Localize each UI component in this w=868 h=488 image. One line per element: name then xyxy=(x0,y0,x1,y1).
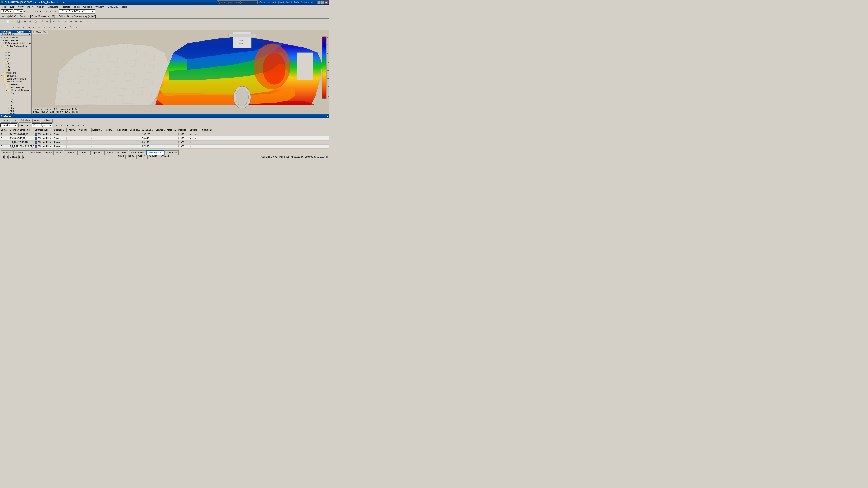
view-btn[interactable]: View xyxy=(32,119,40,123)
tool-btn3[interactable]: ▣ xyxy=(65,123,70,128)
table-row-3[interactable]: 51,2,4,271,70-65,28-31,66,69,262,265,2..… xyxy=(0,144,329,149)
prev-page-btn[interactable]: ◀ xyxy=(5,155,8,159)
toolbar-btn-6[interactable]: 📋 xyxy=(33,19,38,24)
maximize-button[interactable]: □ xyxy=(321,1,324,4)
menu-edit[interactable]: Edit xyxy=(8,5,16,9)
edit-btn[interactable]: Edit xyxy=(11,119,18,123)
nav-item-21[interactable]: ○σ1- xyxy=(0,98,31,101)
nav-item-2[interactable]: ○Differences to initial state xyxy=(0,42,31,45)
toolbar-btn-8[interactable]: ↩ xyxy=(45,19,50,24)
nav-item-22[interactable]: ○σ2- xyxy=(0,101,31,104)
tab-line-sets[interactable]: Line Sets xyxy=(115,151,129,155)
toolbar-btn-10[interactable]: 🔍 xyxy=(57,19,61,24)
tab-surfaces[interactable]: Surfaces xyxy=(77,151,90,155)
menu-insert[interactable]: Insert xyxy=(25,5,35,9)
toolbar-btn-4[interactable]: 🖨 xyxy=(23,19,28,24)
tab-surface-sets[interactable]: Surface Sets xyxy=(147,151,164,155)
tab-members[interactable]: Members xyxy=(64,151,77,155)
tool-btn2[interactable]: ⊠ xyxy=(60,123,65,128)
tool-btn4[interactable]: ⊡ xyxy=(70,123,75,128)
nav-item-6[interactable]: ○uy xyxy=(0,54,31,57)
menu-calculate[interactable]: Calculate xyxy=(46,5,60,9)
osnap-btn[interactable]: OSNAP xyxy=(160,155,171,159)
nav-item-8[interactable]: 📁φ xyxy=(0,60,31,63)
scenario-combo[interactable]: S: CO2 xyxy=(1,9,13,13)
viewport[interactable]: 75.00 60.00 xyxy=(32,30,329,114)
toolbar2-btn-12[interactable]: ◈ xyxy=(63,25,68,30)
lc-combo[interactable]: LC2 xyxy=(14,9,23,13)
menu-view[interactable]: View xyxy=(17,5,25,9)
tab-openings[interactable]: Openings xyxy=(90,151,104,155)
nav-item-11[interactable]: ○φz xyxy=(0,68,31,71)
tab-nodes[interactable]: Nodes xyxy=(43,151,54,155)
toolbar2-btn-3[interactable]: → xyxy=(16,25,21,30)
toolbar2-btn-4[interactable]: ⊕ xyxy=(21,25,26,30)
structure-combo[interactable]: Structure xyxy=(0,123,18,127)
tab-sections[interactable]: Sections xyxy=(13,151,26,155)
nav-item-1[interactable]: ●Final Results xyxy=(0,39,31,42)
toolbar-btn-11[interactable]: 🔎 xyxy=(63,19,68,24)
snap-btn[interactable]: SNAP xyxy=(116,155,125,159)
nav-item-26[interactable]: ○τmax xyxy=(0,112,31,114)
toolbar-btn-9[interactable]: ↪ xyxy=(51,19,56,24)
toolbar-btn-2[interactable]: 📂 xyxy=(11,19,16,24)
nav-item-13[interactable]: ▼📁Surfaces xyxy=(0,74,31,77)
toolbar2-btn-10[interactable]: ◁ xyxy=(53,25,57,30)
table-row-2[interactable]: 44-9,268,37-58,270Without Thick...Plane6… xyxy=(0,140,329,144)
close-button[interactable]: ✕ xyxy=(324,1,328,4)
nav-item-19[interactable]: ○σ2,+ xyxy=(0,92,31,95)
glines-btn[interactable]: GLINES xyxy=(147,155,159,159)
window-controls[interactable]: ─ □ ✕ xyxy=(317,1,328,4)
tab-solids[interactable]: Solids xyxy=(104,151,115,155)
menu-help[interactable]: Help xyxy=(121,5,129,9)
toolbar-btn-0[interactable]: ☰ xyxy=(0,19,5,24)
tab-lines[interactable]: Lines xyxy=(54,151,63,155)
nav-item-23[interactable]: ○σc xyxy=(0,104,31,107)
table-row-0[interactable]: 116,17,28,65-47,18Without Thick...Plane1… xyxy=(0,132,329,136)
minimize-button[interactable]: ─ xyxy=(317,1,320,4)
table-row-4[interactable]: 7273,274,388,403-397,470-459,275Without … xyxy=(0,149,329,150)
menu-cad-bim[interactable]: CAD-BIM xyxy=(106,5,120,9)
toolbar2-btn-7[interactable]: ⊙ xyxy=(37,25,42,30)
nav-item-9[interactable]: ○φx xyxy=(0,63,31,66)
nav-item-0[interactable]: ▼Type of results xyxy=(0,36,31,39)
toolbar2-btn-6[interactable]: ⊗ xyxy=(32,25,37,30)
toolbar2-btn-14[interactable]: ◎ xyxy=(73,25,78,30)
toolbar-btn-13[interactable]: ⊞ xyxy=(73,19,79,24)
nav-item-3[interactable]: ▼📁Global Deformations xyxy=(0,45,31,48)
menu-tools[interactable]: Tools xyxy=(72,5,81,9)
tab-material[interactable]: Material xyxy=(1,151,13,155)
toolbar2-btn-0[interactable]: ↑ xyxy=(0,25,5,30)
nav-item-25[interactable]: ○σt,n xyxy=(0,109,31,112)
menu-window[interactable]: Window xyxy=(94,5,106,9)
basic-objects-combo[interactable]: Basic Objects xyxy=(32,123,52,127)
goto-btn[interactable]: Go To xyxy=(1,119,10,123)
tab-solid-sets[interactable]: Solid Sets xyxy=(164,151,179,155)
toolbar2-btn-8[interactable]: △ xyxy=(42,25,47,30)
prev-btn[interactable]: ◀ xyxy=(20,123,24,128)
results-close-icon[interactable]: ✕ xyxy=(327,115,328,118)
first-page-btn[interactable]: |◀ xyxy=(1,155,4,159)
menu-assign[interactable]: Assign xyxy=(35,5,46,9)
menu-options[interactable]: Options xyxy=(82,5,93,9)
next-page-btn[interactable]: ▶ xyxy=(18,155,22,159)
grid-btn[interactable]: GRID xyxy=(127,155,135,159)
nav-item-4[interactable]: 📁u xyxy=(0,48,31,51)
menu-results[interactable]: Results xyxy=(60,5,72,9)
nav-item-24[interactable]: ○σt,m xyxy=(0,107,31,109)
tool-btn1[interactable]: ⊞ xyxy=(54,123,59,128)
menu-file[interactable]: File xyxy=(1,5,8,9)
settings-btn[interactable]: Settings xyxy=(41,119,53,123)
tool-btn6[interactable]: ✕ xyxy=(81,123,86,128)
nav-item-20[interactable]: ○σ1+ xyxy=(0,95,31,98)
lc-combo2[interactable]: LC1 + LC2 + LC3 + LC4 xyxy=(59,9,95,13)
nav-item-15[interactable]: 📁Internal Forces xyxy=(0,80,31,83)
nav-item-14[interactable]: 📁Local Deformations xyxy=(0,77,31,80)
toolbar2-btn-9[interactable]: ▽ xyxy=(47,25,52,30)
selection-btn[interactable]: Selection xyxy=(19,119,31,123)
nav-item-5[interactable]: ○ux xyxy=(0,51,31,54)
table-row-1[interactable]: 319-26,36-45,27Without Thick...Plane50.0… xyxy=(0,136,329,140)
tab-member-sets[interactable]: Member Sets xyxy=(129,151,146,155)
tool-btn5[interactable]: ⊟ xyxy=(76,123,81,128)
nav-item-7[interactable]: ○uz xyxy=(0,57,31,60)
